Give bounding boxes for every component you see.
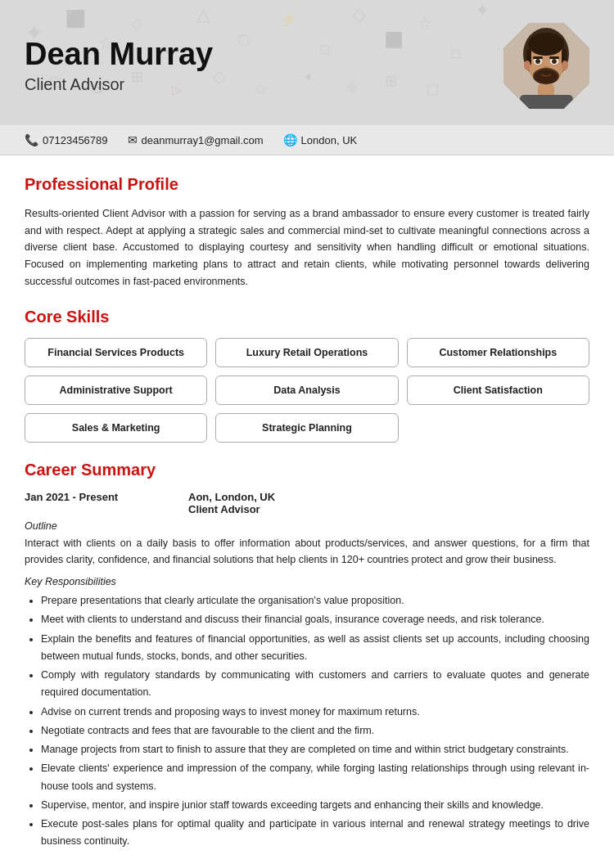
responsibilities-list: Prepare presentations that clearly artic… bbox=[25, 592, 589, 851]
career-section-title: Career Summary bbox=[25, 461, 589, 479]
profile-section-title: Professional Profile bbox=[25, 175, 589, 194]
main-content: Professional Profile Results-oriented Cl… bbox=[0, 155, 614, 868]
outline-label: Outline bbox=[25, 520, 589, 532]
email-contact: ✉ deanmurray1@gmail.com bbox=[128, 133, 264, 146]
responsibility-item: Elevate clients' experience and impressi… bbox=[41, 760, 589, 795]
svg-rect-39 bbox=[549, 56, 559, 59]
responsibility-item: Supervise, mentor, and inspire junior st… bbox=[41, 797, 589, 814]
header-text-block: Dean Murray Client Advisor bbox=[25, 38, 213, 94]
skill-badge-3: Customer Relationships bbox=[407, 338, 589, 367]
svg-point-45 bbox=[535, 70, 558, 84]
location-contact: 🌐 London, UK bbox=[283, 133, 358, 146]
responsibility-item: Manage projects from start to finish to … bbox=[41, 741, 589, 758]
svg-point-37 bbox=[552, 59, 557, 64]
career-dates: Jan 2021 - Present bbox=[25, 491, 156, 515]
skill-badge-6: Client Satisfaction bbox=[407, 376, 589, 405]
career-organisation: Aon, London, UK bbox=[188, 491, 275, 503]
career-role: Client Advisor bbox=[188, 503, 275, 515]
responsibilities-label: Key Responsibilities bbox=[25, 576, 589, 587]
phone-contact: 📞 07123456789 bbox=[25, 133, 108, 146]
responsibility-item: Meet with clients to understand and disc… bbox=[41, 611, 589, 628]
skill-badge-4: Administrative Support bbox=[25, 376, 207, 405]
header-section: ✦ ⬛ ☆ ◇ ✦ △ ⬡ ⚡ ◻ ◇ ⬛ ☆ ◻ ✦ ◻ ⚙ ⊞ ▷ ◇ ☆ … bbox=[0, 0, 614, 125]
responsibility-item: Prepare presentations that clearly artic… bbox=[41, 592, 589, 609]
career-entry-1: Jan 2021 - Present Aon, London, UK Clien… bbox=[25, 491, 589, 851]
location-text: London, UK bbox=[301, 134, 358, 146]
career-org-role: Aon, London, UK Client Advisor bbox=[188, 491, 275, 515]
outline-text: Interact with clients on a daily basis t… bbox=[25, 535, 589, 568]
skill-badge-7: Sales & Marketing bbox=[25, 413, 207, 443]
svg-text:△: △ bbox=[196, 4, 210, 25]
responsibility-item: Negotiate contracts and fees that are fa… bbox=[41, 722, 589, 740]
svg-point-33 bbox=[562, 61, 568, 70]
responsibility-item: Execute post-sales plans for optimal qua… bbox=[41, 816, 589, 851]
responsibility-item: Advise on current trends and proposing w… bbox=[41, 704, 589, 721]
career-header-row: Jan 2021 - Present Aon, London, UK Clien… bbox=[25, 491, 589, 515]
svg-rect-44 bbox=[520, 95, 573, 109]
avatar bbox=[503, 23, 589, 109]
svg-point-29 bbox=[528, 33, 564, 56]
responsibility-item: Comply with regulatory standards by comm… bbox=[41, 667, 589, 702]
phone-icon: 📞 bbox=[25, 133, 38, 146]
email-icon: ✉ bbox=[128, 133, 138, 146]
skill-badge-2: Luxury Retail Operations bbox=[215, 338, 398, 367]
skills-grid: Financial Services Products Luxury Retai… bbox=[25, 338, 589, 443]
candidate-title: Client Advisor bbox=[25, 75, 213, 94]
skills-section-title: Core Skills bbox=[25, 308, 589, 326]
svg-point-36 bbox=[535, 59, 540, 64]
svg-text:✦: ✦ bbox=[475, 0, 490, 20]
svg-rect-38 bbox=[533, 56, 543, 59]
email-address: deanmurray1@gmail.com bbox=[142, 134, 264, 146]
responsibility-item: Explain the benefits and features of fin… bbox=[41, 631, 589, 666]
skill-badge-5: Data Analysis bbox=[215, 376, 398, 405]
phone-number: 07123456789 bbox=[43, 134, 108, 146]
svg-text:◇: ◇ bbox=[352, 4, 366, 25]
header-content: Dean Murray Client Advisor bbox=[25, 23, 589, 109]
contact-bar: 📞 07123456789 ✉ deanmurray1@gmail.com 🌐 … bbox=[0, 125, 614, 155]
location-icon: 🌐 bbox=[283, 133, 297, 146]
svg-point-32 bbox=[524, 61, 530, 70]
profile-text: Results-oriented Client Advisor with a p… bbox=[25, 205, 589, 290]
skill-badge-8: Strategic Planning bbox=[215, 413, 398, 443]
skill-badge-1: Financial Services Products bbox=[25, 338, 207, 367]
svg-rect-43 bbox=[538, 83, 554, 97]
candidate-name: Dean Murray bbox=[25, 38, 213, 72]
